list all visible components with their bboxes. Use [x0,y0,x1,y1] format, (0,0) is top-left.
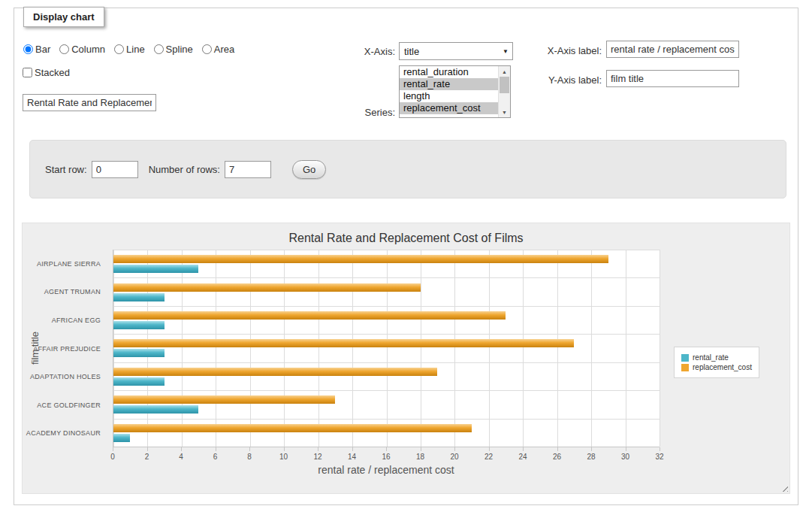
y-axis-label-input[interactable] [606,70,739,87]
series-option-replacement-cost[interactable]: replacement_cost [400,102,498,114]
category-label: ADAPTATION HOLES [30,373,101,380]
category-band [113,306,660,334]
x-axis-label-input[interactable] [606,41,739,58]
number-of-rows-input[interactable] [225,161,271,178]
category-label: AGENT TRUMAN [44,288,101,295]
category-band [113,277,660,305]
x-tick-label: 0 [110,453,115,461]
x-tick-mark [352,447,353,451]
category-band [113,390,660,418]
stacked-checkbox-wrap[interactable]: Stacked [23,67,70,78]
x-tick-mark [489,447,490,451]
category-band [113,362,660,390]
row-controls-panel: Start row: Number of rows: Go [29,140,786,198]
x-tick-mark [113,447,113,451]
go-button[interactable]: Go [292,160,326,179]
x-axis-select-value: title [404,46,503,57]
x-tick-mark [386,447,387,451]
x-tick-label: 26 [553,453,561,461]
start-row-input[interactable] [92,161,138,178]
gridline [660,250,660,447]
x-tick-label: 14 [348,453,356,461]
chart-title-input[interactable] [23,94,156,111]
bar-replacement_cost [113,368,437,376]
x-tick-label: 24 [518,453,527,461]
x-tick-mark [318,447,318,451]
x-tick-mark [249,447,250,451]
category-label: ACADEMY DINOSAUR [26,429,101,437]
x-axis-select[interactable]: title ▼ [399,42,513,60]
chart-type-spline-label: Spline [166,44,193,55]
bar-replacement_cost [113,283,421,292]
legend-item[interactable]: rental_rate [681,353,752,362]
x-tick-marks [113,447,660,451]
bar-replacement_cost [113,255,608,263]
x-tick-label: 30 [621,453,629,461]
y-axis-label-label: Y-Axis label: [519,74,602,86]
scroll-down-button[interactable]: ▼ [499,107,510,117]
fieldset-legend: Display chart [23,7,104,27]
legend-item[interactable]: replacement_cost [681,363,752,371]
series-options: rental_duration rental_rate length repla… [400,66,498,117]
category-band [113,419,660,447]
x-tick-label: 22 [484,453,493,461]
category-label: ACE GOLDFINGER [37,401,101,409]
series-scrollbar[interactable]: ▲ ▼ [498,66,510,117]
x-tick-label: 20 [450,453,458,461]
bar-replacement_cost [113,339,574,347]
x-tick-label: 10 [279,453,288,461]
chart-type-line-label: Line [126,44,145,55]
chart-type-radio-group: Bar Column Line Spline Area [23,44,234,55]
x-tick-label: 28 [587,453,595,461]
x-axis-title: rental rate / replacement cost [113,464,660,476]
x-tick-label: 4 [179,453,183,461]
category-band [113,250,660,277]
page: Display chart Bar Column Line Spline Are… [0,0,812,512]
chart-type-column-radio[interactable] [59,44,69,54]
bar-replacement_cost [113,311,506,320]
bar-rental_rate [113,349,165,357]
category-band [113,334,660,362]
triangle-down-icon: ▼ [502,110,507,115]
series-select-label: Series: [337,107,395,118]
category-label: AFFAIR PREJUDICE [33,345,101,353]
x-tick-mark [181,447,182,451]
x-tick-mark [591,447,592,451]
scroll-up-button[interactable]: ▲ [499,66,510,77]
stacked-option: Stacked [23,67,70,78]
category-label: AIRPLANE SIERRA [37,260,101,268]
series-option-length[interactable]: length [400,90,498,102]
triangle-up-icon: ▲ [502,69,507,74]
resize-handle[interactable] [780,483,788,492]
chart-type-column[interactable]: Column [59,44,105,55]
chart-type-area-radio[interactable] [202,44,212,54]
chart-type-bar-label: Bar [35,44,50,55]
chart-type-bar[interactable]: Bar [23,44,50,55]
chart-type-area-label: Area [214,44,234,55]
chart-type-spline-radio[interactable] [154,44,164,54]
x-tick-label: 2 [145,453,149,461]
chart-type-spline[interactable]: Spline [154,44,193,55]
chart-type-bar-radio[interactable] [23,44,33,54]
chart-type-line[interactable]: Line [114,44,145,55]
chart-title: Rental Rate and Replacement Cost of Film… [23,232,789,245]
chart-type-line-radio[interactable] [114,44,124,54]
stacked-label: Stacked [35,67,70,78]
x-tick-mark [557,447,558,451]
legend-swatch [681,354,689,362]
series-option-rental-duration[interactable]: rental_duration [400,66,498,78]
legend-items: rental_ratereplacement_cost [681,353,752,371]
legend-label: rental_rate [693,353,729,362]
scrollbar-thumb[interactable] [500,77,509,93]
x-tick-mark [216,447,216,451]
series-listbox[interactable]: rental_duration rental_rate length repla… [399,65,511,118]
stacked-checkbox[interactable] [23,68,32,77]
display-chart-fieldset: Display chart Bar Column Line Spline Are… [14,8,798,505]
series-option-rental-rate[interactable]: rental_rate [400,78,498,90]
bar-rental_rate [113,434,130,442]
x-tick-mark [147,447,148,451]
chart-type-area[interactable]: Area [202,44,234,55]
x-tick-label: 16 [382,453,390,461]
bar-rental_rate [113,405,198,414]
bar-replacement_cost [113,424,472,432]
